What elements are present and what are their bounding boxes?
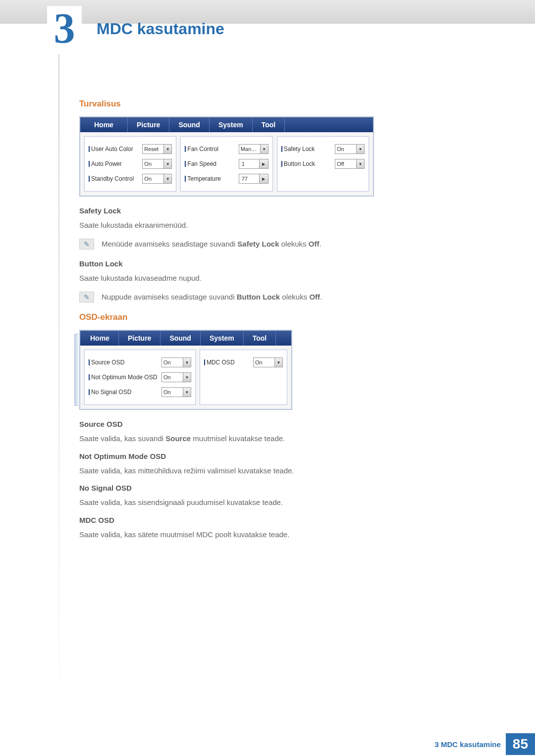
chevron-down-icon: ▼ — [163, 174, 171, 183]
spinner-fan-speed[interactable]: 1▶ — [239, 159, 268, 169]
panel-tabs: Home Picture Sound System Tool — [80, 331, 291, 346]
tab-system[interactable]: System — [210, 117, 253, 132]
field-label: Auto Power — [91, 160, 122, 167]
field-label: Button Lock — [284, 160, 315, 167]
page-footer: 3 MDC kasutamine 85 — [0, 732, 535, 756]
tab-picture[interactable]: Picture — [119, 331, 160, 346]
panel-col-1: Source OSDOn▼ Not Optimum Mode OSDOn▼ No… — [84, 350, 196, 405]
chapter-badge: 3 — [47, 6, 82, 50]
chevron-right-icon: ▶ — [259, 159, 268, 168]
panel-col-2: MDC OSDOn▼ — [200, 350, 287, 405]
field-label: Source OSD — [91, 359, 124, 366]
dropdown-fan-control[interactable]: Man...▼ — [239, 144, 268, 154]
subheading-safety-lock: Safety Lock — [79, 206, 481, 215]
field-label: Safety Lock — [284, 146, 315, 152]
body-text: Saate valida, kas sisendsignaali puudumi… — [79, 497, 481, 508]
panel-col-3: Safety LockOn▼ Button LockOff▼ — [277, 136, 369, 192]
field-label: Fan Control — [187, 146, 218, 152]
note-text: Menüüde avamiseks seadistage suvandi Saf… — [102, 239, 321, 250]
chevron-down-icon: ▼ — [183, 358, 191, 367]
chevron-right-icon: ▶ — [259, 174, 268, 183]
tab-tool[interactable]: Tool — [253, 117, 285, 132]
tab-sound[interactable]: Sound — [169, 117, 210, 132]
dropdown-safety-lock[interactable]: On▼ — [335, 144, 365, 154]
note-text: Nuppude avamiseks seadistage suvandi But… — [102, 292, 322, 303]
osd-panel-wrap: Home Picture Sound System Tool Source OS… — [79, 330, 481, 410]
panel-col-2: Fan ControlMan...▼ Fan Speed1▶ Temperatu… — [180, 136, 272, 192]
side-rule — [58, 54, 59, 726]
chevron-down-icon: ▼ — [356, 145, 364, 153]
dropdown-no-signal-osd[interactable]: On▼ — [161, 387, 191, 397]
chevron-down-icon: ▼ — [274, 358, 282, 367]
section-heading-security: Turvalisus — [79, 99, 481, 109]
panel-col-1: User Auto ColorReset▼ Auto PowerOn▼ Stan… — [84, 136, 176, 192]
subheading-no-signal-osd: No Signal OSD — [79, 484, 481, 492]
chapter-title: MDC kasutamine — [97, 20, 224, 38]
dropdown-user-auto-color[interactable]: Reset▼ — [142, 144, 172, 154]
subheading-mdc-osd: MDC OSD — [79, 516, 481, 524]
tab-system[interactable]: System — [201, 331, 244, 346]
body-text: Saate valida, kas mitteühilduva režiimi … — [79, 465, 481, 477]
field-label: No Signal OSD — [91, 389, 131, 396]
field-label: MDC OSD — [207, 359, 235, 366]
note-icon: ✎ — [79, 239, 94, 250]
subheading-button-lock: Button Lock — [79, 259, 481, 268]
chevron-down-icon: ▼ — [163, 145, 171, 153]
dropdown-not-optimum-osd[interactable]: On▼ — [161, 372, 191, 382]
subheading-source-osd: Source OSD — [79, 420, 481, 428]
spinner-temperature[interactable]: 77▶ — [239, 174, 268, 184]
field-label: Fan Speed — [187, 160, 216, 167]
osd-panel: Home Picture Sound System Tool Source OS… — [79, 330, 292, 410]
note-icon: ✎ — [79, 292, 94, 302]
chevron-down-icon: ▼ — [356, 159, 364, 168]
chevron-down-icon: ▼ — [260, 145, 268, 153]
dropdown-auto-power[interactable]: On▼ — [142, 159, 172, 169]
body-text: Saate valida, kas sätete muutmisel MDC p… — [79, 529, 481, 541]
tab-sound[interactable]: Sound — [160, 331, 201, 346]
panel-tabs: Home Picture Sound System Tool — [80, 117, 373, 132]
tab-picture[interactable]: Picture — [128, 117, 169, 132]
subheading-not-optimum-osd: Not Optimum Mode OSD — [79, 452, 481, 460]
body-text: Saate lukustada kuvaseadme nupud. — [79, 273, 481, 284]
body-text: Saate valida, kas suvandi Source muutmis… — [79, 433, 481, 445]
field-label: User Auto Color — [91, 146, 133, 152]
tab-home[interactable]: Home — [80, 117, 128, 132]
section-heading-osd: OSD-ekraan — [79, 312, 481, 322]
field-label: Standby Control — [91, 175, 134, 182]
chapter-number: 3 — [54, 7, 75, 50]
body-text: Saate lukustada ekraanimenüüd. — [79, 220, 481, 231]
dropdown-source-osd[interactable]: On▼ — [161, 357, 191, 367]
field-label: Temperature — [187, 175, 220, 182]
dropdown-button-lock[interactable]: Off▼ — [335, 159, 365, 169]
security-panel: Home Picture Sound System Tool User Auto… — [79, 116, 374, 197]
chevron-down-icon: ▼ — [183, 388, 191, 397]
tab-home[interactable]: Home — [80, 331, 119, 346]
page-number: 85 — [506, 733, 535, 755]
tab-tool[interactable]: Tool — [244, 331, 276, 346]
dropdown-standby-control[interactable]: On▼ — [142, 174, 172, 184]
dropdown-mdc-osd[interactable]: On▼ — [253, 357, 283, 367]
chevron-down-icon: ▼ — [163, 159, 171, 168]
field-label: Not Optimum Mode OSD — [91, 374, 157, 381]
footer-text: 3 MDC kasutamine — [434, 740, 500, 749]
chevron-down-icon: ▼ — [183, 373, 191, 382]
